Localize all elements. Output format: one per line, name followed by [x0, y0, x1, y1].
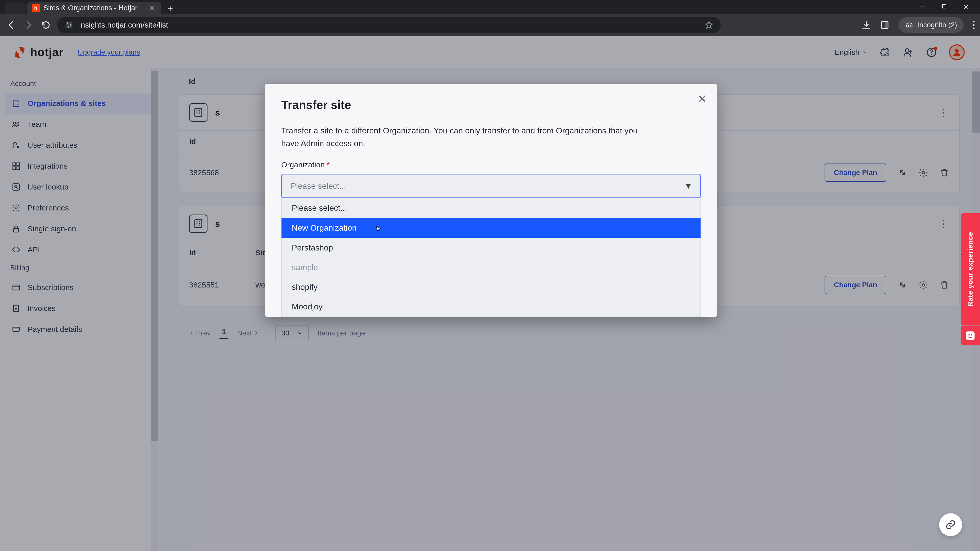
- browser-tab-active[interactable]: h Sites & Organizations - Hotjar ✕: [27, 2, 161, 14]
- transfer-site-modal: ✕ Transfer site Transfer a site to a dif…: [265, 84, 717, 317]
- svg-point-3: [68, 26, 69, 28]
- browser-menu-icon[interactable]: [972, 21, 975, 30]
- window-close-icon[interactable]: [963, 3, 970, 11]
- feedback-face-icon[interactable]: [961, 326, 980, 345]
- modal-description: Transfer a site to a different Organizat…: [281, 124, 654, 150]
- caret-down-icon: ▼: [684, 181, 692, 191]
- svg-point-2: [70, 24, 72, 26]
- address-bar[interactable]: insights.hotjar.com/site/list: [57, 17, 721, 33]
- tab-title: Sites & Organizations - Hotjar: [43, 4, 138, 12]
- link-icon: [945, 519, 956, 530]
- browser-titlebar: h Sites & Organizations - Hotjar ✕ +: [0, 0, 980, 14]
- bookmark-star-icon[interactable]: [704, 21, 714, 30]
- svg-point-8: [973, 27, 974, 29]
- back-button[interactable]: [5, 19, 18, 31]
- link-fab[interactable]: [939, 513, 962, 536]
- hotjar-favicon: h: [32, 4, 40, 12]
- feedback-label: Rate your experience: [966, 232, 974, 306]
- modal-close-button[interactable]: ✕: [697, 92, 707, 105]
- dropdown-option[interactable]: sample: [282, 258, 700, 277]
- browser-toolbar: insights.hotjar.com/site/list Incognito …: [0, 14, 980, 36]
- svg-rect-35: [966, 331, 974, 340]
- incognito-label: Incognito (2): [917, 21, 957, 29]
- select-placeholder: Please select...: [291, 181, 346, 191]
- incognito-indicator[interactable]: Incognito (2): [898, 17, 964, 33]
- modal-title: Transfer site: [281, 98, 701, 112]
- window-minimize-icon[interactable]: [919, 3, 926, 11]
- dropdown-option[interactable]: Moodjoy: [282, 297, 700, 317]
- organization-dropdown: Please select... New Organization Persta…: [281, 198, 701, 317]
- new-tab-button[interactable]: +: [167, 3, 173, 14]
- window-maximize-icon[interactable]: [941, 3, 947, 11]
- reader-icon[interactable]: [880, 20, 890, 30]
- reload-button[interactable]: [40, 19, 52, 31]
- site-settings-icon[interactable]: [64, 20, 74, 30]
- close-tab-icon[interactable]: ✕: [149, 4, 155, 12]
- svg-point-1: [67, 22, 68, 24]
- svg-rect-0: [942, 5, 946, 8]
- organization-select[interactable]: Please select... ▼: [281, 174, 701, 198]
- dropdown-option-placeholder[interactable]: Please select...: [282, 198, 700, 218]
- forward-button[interactable]: [22, 19, 35, 31]
- dropdown-option-new-org[interactable]: New Organization: [282, 218, 700, 238]
- tab-search[interactable]: [5, 2, 25, 14]
- dropdown-option[interactable]: shopify: [282, 277, 700, 297]
- downloads-icon[interactable]: [861, 20, 871, 30]
- dropdown-option[interactable]: Perstashop: [282, 238, 700, 258]
- svg-point-36: [968, 334, 969, 335]
- feedback-tab[interactable]: Rate your experience: [961, 213, 980, 326]
- incognito-icon: [905, 21, 914, 29]
- url-text: insights.hotjar.com/site/list: [79, 21, 168, 29]
- svg-rect-5: [885, 21, 888, 29]
- organization-field-label: Organization *: [281, 160, 701, 169]
- svg-point-7: [973, 24, 974, 26]
- svg-point-37: [971, 334, 972, 335]
- svg-point-6: [973, 21, 974, 22]
